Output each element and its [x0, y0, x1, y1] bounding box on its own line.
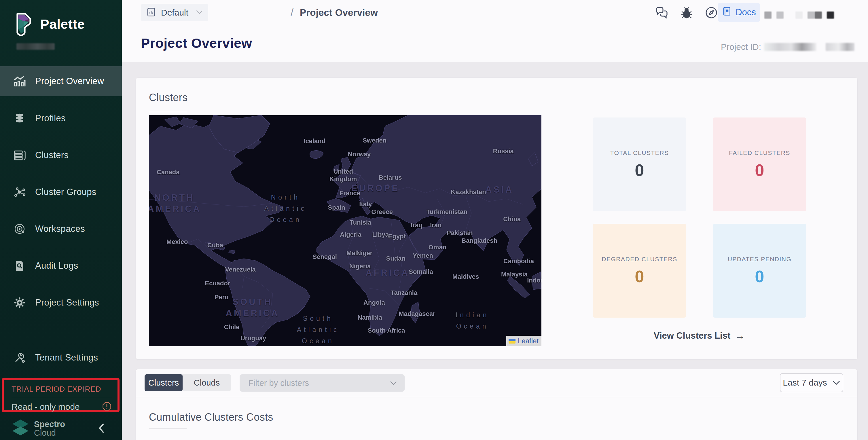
stat-label: FAILED CLUSTERS	[729, 150, 790, 156]
costs-heading: Cumulative Clusters Costs	[149, 411, 273, 423]
sidebar-item-cluster-groups[interactable]: Cluster Groups	[0, 177, 122, 207]
stat-value: 0	[635, 266, 644, 286]
palette-logo-text: Palette	[40, 17, 85, 32]
sidebar-item-project-settings[interactable]: Project Settings	[0, 288, 122, 318]
section-divider	[136, 397, 857, 398]
network-nodes-icon	[13, 186, 26, 198]
cluster-filter-select[interactable]: Filter by clusters	[240, 374, 405, 391]
clusters-card-title: Clusters	[149, 92, 187, 104]
view-clusters-list-link[interactable]: View Clusters List →	[654, 331, 745, 341]
stat-card-failed-clusters: FAILED CLUSTERS 0	[713, 118, 806, 211]
sidebar-footer: Spectro Cloud	[0, 417, 122, 440]
stat-card-updates-pending: UPDATES PENDING 0	[713, 224, 806, 318]
sidebar-item-project-overview[interactable]: Project Overview	[0, 66, 122, 96]
trial-title: TRIAL PERIOD EXPIRED	[11, 385, 112, 394]
stat-card-degraded-clusters: DEGRADED CLUSTERS 0	[593, 224, 686, 318]
palette-logo-icon	[13, 11, 34, 37]
brand[interactable]: Palette	[13, 11, 85, 37]
gear-icon	[13, 296, 26, 309]
view-clusters-list-label: View Clusters List	[654, 331, 730, 341]
sidebar-item-label: Workspaces	[35, 224, 85, 234]
heading-underline	[149, 112, 187, 112]
time-range-select[interactable]: Last 7 days	[780, 373, 843, 392]
trial-subtitle: Read - only mode	[11, 402, 80, 412]
warning-octagon-icon[interactable]	[102, 401, 112, 412]
heading-underline	[149, 429, 187, 429]
chat-icon[interactable]	[655, 6, 669, 20]
costs-section: Clusters Clouds Filter by clusters Last …	[136, 369, 857, 440]
spectro-cloud-logo-text: Spectro Cloud	[34, 420, 65, 437]
sidebar-item-profiles[interactable]: Profiles	[0, 103, 122, 133]
stat-label: DEGRADED CLUSTERS	[601, 256, 677, 262]
stat-label: TOTAL CLUSTERS	[610, 150, 669, 156]
sidebar-item-label: Cluster Groups	[35, 187, 96, 197]
sidebar-item-workspaces[interactable]: Workspaces	[0, 214, 122, 244]
sidebar-item-label: Audit Logs	[35, 261, 78, 271]
sidebar-item-label: Project Overview	[35, 76, 104, 86]
redacted-project-id	[826, 43, 855, 51]
stat-value: 0	[755, 160, 764, 180]
topbar-actions: Docs	[122, 0, 868, 25]
chevron-down-icon	[832, 380, 840, 385]
leaflet-attribution[interactable]: Leaflet	[506, 336, 541, 346]
compass-icon[interactable]	[705, 6, 718, 20]
bar-chart-icon	[13, 75, 26, 88]
sidebar-item-clusters[interactable]: Clusters	[0, 140, 122, 170]
time-range-value: Last 7 days	[783, 378, 827, 387]
chevron-down-icon	[390, 381, 397, 385]
trial-divider	[11, 398, 112, 398]
server-rack-icon	[13, 149, 26, 161]
docs-button[interactable]: Docs	[718, 3, 760, 22]
layers-stack-icon	[13, 112, 26, 125]
bug-icon[interactable]	[680, 6, 693, 20]
orbit-icon	[13, 223, 26, 235]
sidebar: Palette Project Overview	[0, 0, 122, 440]
trial-expired-banner: TRIAL PERIOD EXPIRED Read - only mode	[2, 378, 120, 412]
redacted-toolbar-item	[796, 11, 803, 19]
redacted-toolbar-item	[815, 11, 822, 19]
view-tabs: Clusters Clouds	[145, 374, 231, 391]
tab-clusters[interactable]: Clusters	[145, 374, 183, 391]
document-search-icon	[13, 259, 26, 272]
sidebar-collapse-chevron-icon[interactable]	[97, 422, 106, 435]
project-id-label: Project ID:	[721, 42, 761, 52]
cluster-filter-placeholder: Filter by clusters	[248, 378, 309, 388]
stat-label: UPDATES PENDING	[728, 256, 792, 262]
clusters-map[interactable]: North Atlantic OceanSouth Atlantic Ocean…	[149, 115, 541, 346]
sidebar-item-tenant-settings[interactable]: Tenant Settings	[0, 343, 122, 373]
docs-button-label: Docs	[736, 7, 756, 18]
redacted-toolbar-item	[776, 11, 784, 19]
content-area: Default / Project Overview	[122, 0, 868, 440]
project-id: Project ID:	[721, 42, 855, 52]
redacted-project-id	[764, 43, 816, 51]
arrow-right-icon: →	[735, 331, 745, 341]
sidebar-item-label: Project Settings	[35, 297, 99, 308]
sidebar-item-audit-logs[interactable]: Audit Logs	[0, 251, 122, 281]
stat-value: 0	[635, 160, 644, 180]
ukraine-flag-icon	[508, 339, 516, 344]
page-title: Project Overview	[141, 35, 252, 51]
clusters-card: Clusters	[136, 78, 857, 359]
stat-card-total-clusters: TOTAL CLUSTERS 0	[593, 118, 686, 211]
sidebar-item-label: Clusters	[35, 150, 68, 160]
sidebar-item-label: Tenant Settings	[35, 352, 98, 363]
redacted-toolbar-item	[808, 11, 815, 19]
redacted-toolbar-item	[764, 11, 772, 19]
stat-value: 0	[755, 266, 764, 286]
tools-icon	[13, 351, 26, 364]
redacted-toolbar-item	[827, 11, 834, 19]
redacted-plan-badge	[17, 43, 55, 50]
app-root: Palette Project Overview	[0, 0, 868, 440]
tab-clouds[interactable]: Clouds	[183, 374, 231, 391]
spectro-cloud-logo-icon	[11, 419, 30, 438]
book-icon	[722, 6, 732, 19]
leaflet-attribution-label: Leaflet	[518, 337, 538, 345]
sidebar-item-label: Profiles	[35, 113, 66, 124]
